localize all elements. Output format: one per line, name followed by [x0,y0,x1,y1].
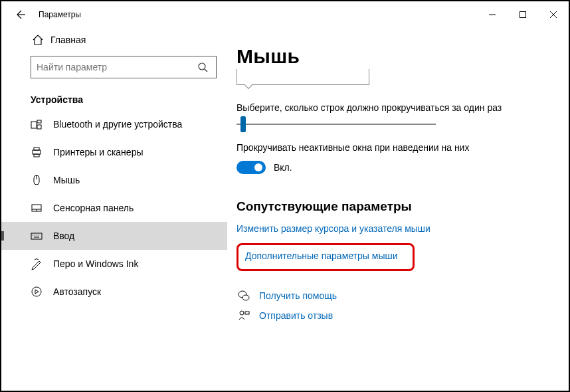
slider-thumb[interactable] [240,116,246,132]
nav-label: Принтеры и сканеры [53,147,143,157]
search-input[interactable] [31,56,217,78]
link-advanced-mouse[interactable]: Дополнительные параметры мыши [245,250,398,261]
touchpad-icon [31,202,43,214]
window-title: Параметры [39,10,81,19]
keyboard-icon [31,230,43,242]
svg-rect-2 [31,122,37,128]
sidebar-item-typing[interactable]: Ввод [1,222,227,250]
help-label: Получить помощь [259,290,337,301]
feedback-icon [237,308,251,323]
svg-point-22 [240,311,244,315]
search-field[interactable] [37,62,195,72]
minimize-button[interactable] [477,1,508,28]
autoplay-icon [31,286,43,298]
svg-point-21 [242,295,249,300]
svg-point-1 [199,63,205,70]
inactive-scroll-toggle[interactable] [237,161,266,174]
search-icon [195,62,211,72]
svg-rect-23 [245,312,249,314]
scroll-lines-slider[interactable] [237,124,436,125]
sidebar-category: Устройства [1,82,227,110]
nav-label: Перо и Windows Ink [53,258,138,269]
bluetooth-devices-icon [31,118,43,130]
nav-label: Bluetooth и другие устройства [53,119,182,130]
close-button[interactable] [538,1,569,28]
svg-rect-5 [33,150,41,154]
titlebar: Параметры [1,1,569,28]
svg-rect-3 [37,120,41,123]
sidebar-home[interactable]: Главная [1,28,227,52]
home-icon [32,34,44,46]
sidebar-item-bluetooth[interactable]: Bluetooth и другие устройства [1,110,227,138]
nav-label: Сенсорная панель [53,203,134,213]
maximize-button[interactable] [508,1,538,28]
toggle-knob [254,163,262,171]
sidebar-item-mouse[interactable]: Мышь [1,166,227,194]
nav-label: Мышь [53,175,80,185]
content-area: Мышь Выберите, сколько строк должно прок… [227,28,569,391]
svg-rect-4 [37,125,41,129]
sidebar-item-touchpad[interactable]: Сенсорная панель [1,194,227,222]
home-label: Главная [50,35,86,45]
get-help-link[interactable]: Получить помощь [237,288,542,303]
sidebar-item-pen[interactable]: Перо и Windows Ink [1,250,227,278]
scroll-lines-label: Выберите, сколько строк должно прокручив… [237,102,542,113]
svg-point-19 [32,287,41,296]
inactive-scroll-label: Прокручивать неактивные окна при наведен… [237,142,542,153]
link-cursor-size[interactable]: Изменить размер курсора и указателя мыши [237,223,542,234]
toggle-state-label: Вкл. [274,162,292,173]
help-icon [237,288,251,303]
feedback-label: Отправить отзыв [259,310,333,321]
printer-icon [31,146,43,158]
mouse-icon [31,174,43,186]
svg-rect-0 [520,12,526,18]
highlighted-link-box: Дополнительные параметры мыши [237,243,415,271]
svg-rect-6 [34,147,39,150]
svg-rect-13 [31,233,42,239]
sidebar: Главная Устройства Bluetooth и другие ус… [1,28,227,391]
page-title: Мышь [237,45,542,68]
related-heading: Сопутствующие параметры [237,199,542,214]
nav-label: Ввод [53,231,74,241]
nav-label: Автозапуск [53,286,101,297]
sidebar-item-printers[interactable]: Принтеры и сканеры [1,138,227,166]
back-button[interactable] [11,5,29,24]
pen-icon [31,258,43,270]
svg-rect-7 [34,154,39,157]
feedback-link[interactable]: Отправить отзыв [237,308,542,323]
sidebar-item-autoplay[interactable]: Автозапуск [1,278,227,306]
tip-bubble [237,69,369,85]
